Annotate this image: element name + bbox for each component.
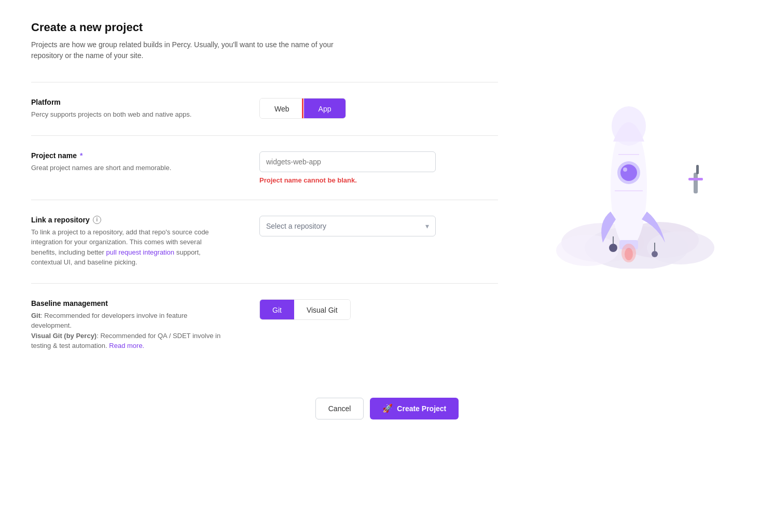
baseline-label: Baseline management xyxy=(31,299,228,307)
project-name-input[interactable] xyxy=(259,151,436,172)
baseline-visual-git-button[interactable]: Visual Git xyxy=(294,300,350,320)
platform-label: Platform xyxy=(31,98,228,106)
page-wrapper: Create a new project Projects are how we… xyxy=(0,0,774,532)
baseline-section: Baseline management Git: Recommended for… xyxy=(31,283,498,367)
svg-point-11 xyxy=(620,164,637,181)
platform-left: Platform Percy supports projects on both… xyxy=(31,98,228,120)
baseline-description: Git: Recommended for developers involve … xyxy=(31,311,228,351)
chevron-down-icon: ▾ xyxy=(425,222,429,230)
svg-point-3 xyxy=(556,235,618,266)
project-name-section: Project name* Great project names are sh… xyxy=(31,135,498,200)
svg-rect-5 xyxy=(694,173,698,193)
link-repository-info-icon[interactable]: i xyxy=(93,216,101,224)
platform-description: Percy supports projects on both web and … xyxy=(31,109,228,120)
platform-app-button[interactable]: App xyxy=(304,99,346,119)
baseline-git-button[interactable]: Git xyxy=(260,300,294,320)
page-subtitle: Projects are how we group related builds… xyxy=(31,39,363,61)
read-more-link[interactable]: Read more. xyxy=(109,342,144,349)
pull-request-link[interactable]: pull request integration xyxy=(106,248,175,256)
link-repository-section: Link a repository i To link a project to… xyxy=(31,200,498,283)
link-repository-description: To link a project to a repository, add t… xyxy=(31,227,228,268)
illustration xyxy=(498,72,743,269)
create-project-button[interactable]: 🚀 Create Project xyxy=(370,398,459,419)
link-repository-right: Select a repository ▾ xyxy=(259,216,498,236)
cancel-button[interactable]: Cancel xyxy=(315,398,364,419)
svg-point-15 xyxy=(625,248,633,260)
rocket-illustration xyxy=(556,72,722,269)
svg-point-18 xyxy=(609,244,617,252)
link-repository-label: Link a repository i xyxy=(31,216,228,224)
svg-point-12 xyxy=(623,167,627,172)
platform-section: Platform Percy supports projects on both… xyxy=(31,82,498,135)
platform-right: Web App xyxy=(259,98,498,119)
project-name-error: Project name cannot be blank. xyxy=(259,176,498,184)
project-name-right: Project name cannot be blank. xyxy=(259,151,498,184)
baseline-toggle: Git Visual Git xyxy=(259,299,351,320)
baseline-right: Git Visual Git xyxy=(259,299,498,320)
rocket-icon: 🚀 xyxy=(382,403,393,413)
repository-select[interactable]: Select a repository ▾ xyxy=(259,216,436,236)
svg-point-4 xyxy=(647,231,714,264)
project-name-left: Project name* Great project names are sh… xyxy=(31,151,228,173)
project-name-description: Great project names are short and memora… xyxy=(31,163,228,173)
baseline-left: Baseline management Git: Recommended for… xyxy=(31,299,228,351)
link-repository-left: Link a repository i To link a project to… xyxy=(31,216,228,268)
form-area: Platform Percy supports projects on both… xyxy=(31,82,743,367)
svg-rect-7 xyxy=(696,165,699,174)
form-sections: Platform Percy supports projects on both… xyxy=(31,82,498,367)
footer-actions: Cancel 🚀 Create Project xyxy=(31,387,743,419)
svg-rect-6 xyxy=(688,178,703,180)
platform-toggle: Web App xyxy=(259,98,346,119)
project-name-label: Project name* xyxy=(31,151,228,160)
platform-web-button[interactable]: Web xyxy=(260,99,304,119)
svg-point-20 xyxy=(652,251,658,257)
page-title: Create a new project xyxy=(31,21,743,34)
